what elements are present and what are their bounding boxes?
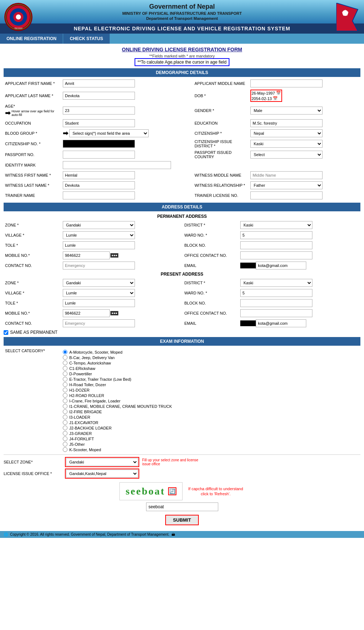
category-radio-h1[interactable] bbox=[63, 388, 67, 392]
category-radio-a[interactable] bbox=[63, 350, 67, 354]
witness-rel-label: WITNESS RELATIONSHIP * bbox=[193, 180, 249, 190]
category-radio-c[interactable] bbox=[63, 361, 67, 365]
citizenship-no-label: CITIZENSHIP NO. * bbox=[4, 138, 61, 149]
passport-country-select[interactable]: Select bbox=[250, 151, 323, 159]
blood-arrow-icon: ➡ bbox=[63, 129, 68, 137]
perm-block-input[interactable] bbox=[240, 241, 312, 249]
calendar-icon2[interactable]: 📅 bbox=[273, 96, 278, 101]
category-label-j1: J1-EXCAVATOR bbox=[69, 420, 98, 425]
category-radio-i[interactable] bbox=[63, 398, 67, 403]
nav-check-status[interactable]: CHECK STATUS bbox=[63, 34, 110, 44]
category-radio-i2[interactable] bbox=[63, 409, 67, 414]
category-label-j2: J2-BACKHOE LOADER bbox=[69, 426, 111, 430]
category-radio-k[interactable] bbox=[63, 447, 67, 452]
perm-village-select[interactable]: Lumle bbox=[63, 231, 135, 239]
captcha-refresh-button[interactable]: 🔄 bbox=[168, 487, 176, 495]
captcha-input-row bbox=[4, 502, 360, 511]
nepal-flag bbox=[336, 3, 360, 32]
submit-button[interactable]: SUBMIT bbox=[165, 515, 199, 525]
perm-tole-input[interactable] bbox=[63, 241, 135, 249]
perm-district-label: DISTRICT * bbox=[183, 220, 239, 230]
category-item: J5-Other bbox=[63, 442, 359, 446]
perm-contact-label: CONTACT NO. bbox=[4, 260, 61, 271]
category-radio-b[interactable] bbox=[63, 355, 67, 360]
table-row: TOLE * BLOCK NO. bbox=[4, 240, 360, 250]
category-radio-j2[interactable] bbox=[63, 426, 67, 430]
perm-office-contact-input[interactable] bbox=[240, 251, 312, 259]
witness-first-input[interactable] bbox=[63, 171, 135, 179]
same-as-permanent-checkbox[interactable] bbox=[4, 330, 8, 335]
navigation-bar: ONLINE REGISTRATION CHECK STATUS bbox=[0, 34, 364, 44]
citizenship-select[interactable]: Nepal bbox=[250, 129, 323, 137]
form-title: ONLINE DRIVING LICENSE REGISTRATION FORM bbox=[4, 47, 360, 52]
category-radio-j1[interactable] bbox=[63, 420, 67, 425]
age-input[interactable] bbox=[63, 107, 135, 115]
passport-no-input[interactable] bbox=[63, 151, 135, 159]
trainer-name-input[interactable] bbox=[63, 191, 135, 199]
perm-contact-input[interactable] bbox=[63, 262, 135, 269]
pres-zone-select[interactable]: Gandaki bbox=[63, 279, 135, 287]
blood-group-select[interactable]: Select sign(*) most field the area A+A-B… bbox=[69, 129, 149, 137]
category-item: I3-LOADER bbox=[63, 415, 359, 419]
pres-district-select[interactable]: Kaski bbox=[240, 279, 312, 287]
license-office-select[interactable]: Gandaki,Kaski,Nepal bbox=[66, 470, 138, 478]
exam-section-header: EXAM INFORMATION bbox=[4, 337, 360, 346]
pres-office-contact-input[interactable] bbox=[240, 309, 312, 317]
nav-online-registration[interactable]: ONLINE REGISTRATION bbox=[0, 34, 63, 44]
category-radio-e[interactable] bbox=[63, 377, 67, 381]
trainer-license-input[interactable] bbox=[250, 191, 323, 199]
pres-ward-label: WARD NO. * bbox=[183, 288, 239, 298]
first-name-input[interactable] bbox=[63, 79, 135, 87]
perm-district-select[interactable]: Kaski bbox=[240, 221, 312, 229]
mobile-indicator2: ●●● bbox=[110, 311, 118, 315]
category-radio-j3[interactable] bbox=[63, 431, 67, 436]
form-title-block: ONLINE DRIVING LICENSE REGISTRATION FORM… bbox=[4, 47, 360, 66]
category-radio-d[interactable] bbox=[63, 371, 67, 376]
pres-email-input[interactable] bbox=[256, 319, 306, 327]
captcha-input[interactable] bbox=[146, 502, 218, 511]
zone-select[interactable]: Gandaki bbox=[66, 458, 138, 466]
pres-tole-label: TOLE * bbox=[4, 298, 61, 308]
select-category-label: SELECT CATEGORY* bbox=[4, 347, 61, 454]
pres-village-select[interactable]: Lumle bbox=[63, 289, 135, 297]
category-radio-h[interactable] bbox=[63, 382, 67, 387]
category-item: D-Powertiller bbox=[63, 371, 359, 376]
table-row: MOBILE NO.* ●●● OFFICE CONTACT NO. bbox=[4, 308, 360, 318]
refresh-icon: 🔄 bbox=[169, 488, 175, 494]
witness-rel-select[interactable]: Father Mother Spouse bbox=[250, 181, 323, 189]
identity-mark-input[interactable] bbox=[63, 161, 171, 169]
perm-ward-input[interactable] bbox=[240, 231, 312, 239]
category-label-h: H-Road Toller, Dozer bbox=[69, 383, 106, 387]
middle-name-input[interactable] bbox=[250, 79, 323, 87]
perm-zone-select[interactable]: Gandaki bbox=[63, 221, 135, 229]
witness-last-input[interactable] bbox=[63, 181, 135, 189]
perm-email-label: EMAIL bbox=[183, 260, 239, 271]
citizenship-district-select[interactable]: Kaski bbox=[250, 140, 323, 148]
last-name-input[interactable] bbox=[63, 92, 135, 100]
pres-ward-input[interactable] bbox=[240, 289, 312, 297]
pres-tole-input[interactable] bbox=[63, 299, 135, 307]
pres-zone-label: ZONE * bbox=[4, 278, 61, 288]
table-row: APPLICANT LAST NAME * DOB * 26-May-1997 … bbox=[4, 89, 360, 103]
license-office-select-wrapper: Gandaki,Kaski,Nepal bbox=[65, 469, 139, 479]
category-radio-i3[interactable] bbox=[63, 415, 67, 419]
category-radio-j5[interactable] bbox=[63, 442, 67, 446]
category-radio-c1[interactable] bbox=[63, 366, 67, 371]
education-input[interactable] bbox=[250, 119, 323, 127]
category-item: C-Tempo, Autorickshaw bbox=[63, 361, 359, 365]
category-radio-i1[interactable] bbox=[63, 404, 67, 409]
pres-mobile-input[interactable] bbox=[63, 309, 110, 317]
category-label-j3: J3-GRADER bbox=[69, 431, 92, 436]
pres-block-input[interactable] bbox=[240, 299, 312, 307]
category-radio-h2[interactable] bbox=[63, 393, 67, 398]
category-radio-j4[interactable] bbox=[63, 436, 67, 441]
perm-office-contact-label: OFFICE CONTACT NO. bbox=[183, 250, 239, 260]
occupation-input[interactable] bbox=[63, 119, 135, 127]
witness-middle-input[interactable] bbox=[250, 171, 323, 179]
pres-contact-input[interactable] bbox=[63, 319, 135, 327]
perm-email-input[interactable] bbox=[256, 262, 306, 269]
citizenship-no-input[interactable] bbox=[63, 140, 135, 148]
perm-mobile-input[interactable] bbox=[63, 251, 110, 259]
gender-select[interactable]: Male Female Other bbox=[250, 107, 323, 115]
calendar-icon[interactable]: 📅 bbox=[276, 91, 281, 95]
